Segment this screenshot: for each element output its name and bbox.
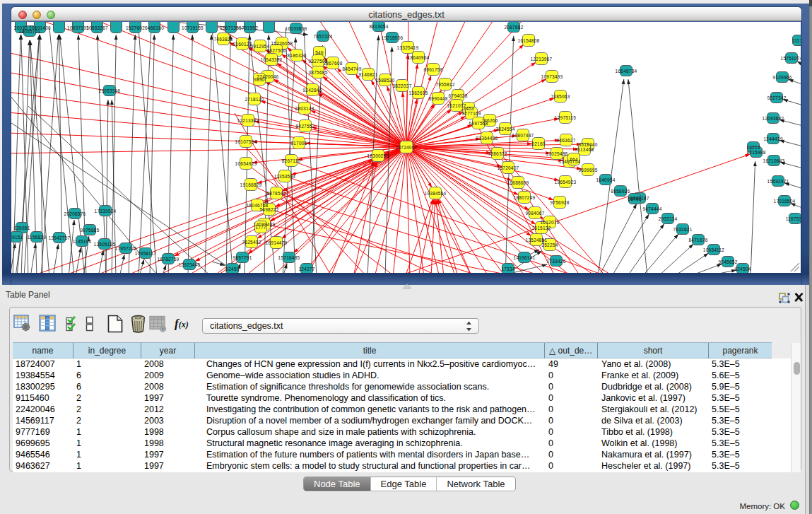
svg-text:14055721: 14055721 — [19, 29, 41, 34]
svg-text:8958926: 8958926 — [611, 189, 630, 194]
svg-text:10214: 10214 — [746, 145, 760, 150]
svg-text:12942757: 12942757 — [49, 235, 71, 240]
svg-text:2867608: 2867608 — [323, 61, 342, 66]
svg-text:15716485: 15716485 — [278, 255, 300, 260]
svg-text:18640964: 18640964 — [408, 55, 430, 60]
svg-text:19166829: 19166829 — [240, 182, 262, 187]
svg-text:14196141: 14196141 — [514, 255, 536, 260]
svg-text:7485063: 7485063 — [551, 94, 570, 99]
svg-text:9756928: 9756928 — [550, 200, 569, 205]
svg-text:12975115: 12975115 — [555, 115, 577, 120]
svg-text:2933114: 2933114 — [659, 216, 678, 221]
svg-text:11174: 11174 — [792, 38, 801, 43]
svg-text:2803144: 2803144 — [295, 106, 314, 111]
svg-text:6497568: 6497568 — [469, 121, 488, 126]
svg-text:17334: 17334 — [501, 267, 514, 271]
svg-text:3822037: 3822037 — [392, 83, 411, 88]
svg-text:10958117: 10958117 — [135, 251, 157, 256]
svg-text:16154808: 16154808 — [518, 38, 540, 43]
svg-text:9975885: 9975885 — [80, 228, 99, 233]
svg-text:18724007: 18724007 — [396, 145, 418, 150]
svg-text:8878542: 8878542 — [266, 191, 286, 196]
svg-text:664: 664 — [570, 157, 578, 162]
svg-text:8454749: 8454749 — [342, 66, 361, 71]
svg-text:10025488: 10025488 — [546, 151, 568, 156]
svg-text:16543382: 16543382 — [261, 57, 283, 62]
svg-text:751552: 751552 — [242, 25, 258, 30]
svg-text:9777169: 9777169 — [461, 111, 481, 116]
svg-text:16914479: 16914479 — [266, 240, 288, 245]
svg-text:9699695: 9699695 — [578, 168, 597, 173]
svg-text:21053346: 21053346 — [99, 88, 121, 93]
svg-text:9327506: 9327506 — [266, 48, 286, 53]
svg-text:8113468: 8113468 — [575, 147, 594, 152]
svg-text:7463822: 7463822 — [213, 37, 233, 42]
svg-text:9245652: 9245652 — [718, 259, 737, 264]
svg-text:9463627: 9463627 — [556, 138, 575, 143]
svg-text:19654923: 19654923 — [555, 180, 577, 185]
svg-text:10973493: 10973493 — [541, 74, 563, 79]
svg-text:2453: 2453 — [463, 106, 474, 111]
svg-text:1612076: 1612076 — [540, 220, 559, 225]
svg-text:8990448: 8990448 — [428, 96, 447, 101]
svg-text:16648784: 16648784 — [616, 69, 637, 74]
svg-text:252254: 252254 — [541, 243, 558, 247]
svg-text:7955812: 7955812 — [435, 82, 454, 87]
svg-text:92450: 92450 — [225, 267, 239, 271]
svg-text:9227342: 9227342 — [767, 95, 786, 100]
svg-text:8215988: 8215988 — [746, 150, 765, 155]
svg-text:17016504: 17016504 — [774, 199, 796, 204]
svg-text:8813054: 8813054 — [369, 24, 388, 29]
svg-text:1640954: 1640954 — [596, 177, 615, 182]
svg-text:15692971: 15692971 — [767, 179, 789, 184]
svg-text:16782759: 16782759 — [158, 257, 180, 262]
svg-text:12213967: 12213967 — [531, 57, 553, 62]
svg-text:2087682: 2087682 — [504, 25, 523, 30]
svg-text:18807249: 18807249 — [514, 195, 536, 200]
svg-text:16210643: 16210643 — [763, 158, 785, 163]
svg-text:10653267: 10653267 — [86, 25, 108, 30]
svg-text:12923445: 12923445 — [179, 262, 201, 267]
svg-text:16033809: 16033809 — [286, 26, 307, 31]
svg-text:1777: 1777 — [255, 225, 266, 230]
svg-text:17957225: 17957225 — [115, 246, 137, 251]
svg-text:917006: 917006 — [290, 141, 307, 146]
svg-text:10807487: 10807487 — [512, 133, 534, 138]
svg-text:5498222: 5498222 — [259, 207, 278, 212]
svg-text:12213382: 12213382 — [237, 118, 259, 123]
svg-text:9518440: 9518440 — [578, 142, 597, 147]
svg-text:9857791: 9857791 — [233, 255, 252, 260]
svg-text:11353594: 11353594 — [274, 174, 296, 179]
svg-text:15226058: 15226058 — [271, 41, 293, 46]
svg-text:8471676: 8471676 — [688, 238, 707, 243]
svg-text:1244419: 1244419 — [763, 136, 782, 141]
svg-text:7386372: 7386372 — [488, 151, 507, 156]
svg-text:8427552: 8427552 — [295, 124, 314, 129]
svg-text:16671355: 16671355 — [220, 25, 242, 30]
svg-text:10107554: 10107554 — [235, 139, 257, 144]
svg-text:12505135: 12505135 — [94, 242, 116, 247]
svg-text:7625402: 7625402 — [242, 240, 261, 245]
svg-text:1733426: 1733426 — [546, 259, 565, 264]
svg-text:9084067: 9084067 — [525, 211, 544, 216]
svg-text:21364436: 21364436 — [476, 136, 498, 141]
svg-text:10688609: 10688609 — [507, 180, 529, 185]
svg-text:546: 546 — [315, 50, 324, 55]
svg-text:6961758: 6961758 — [423, 67, 442, 72]
svg-text:1167534: 1167534 — [786, 216, 801, 221]
svg-text:6794028: 6794028 — [448, 93, 467, 98]
svg-text:7857224: 7857224 — [313, 34, 332, 39]
svg-text:8267110: 8267110 — [282, 158, 301, 163]
svg-text:10654923: 10654923 — [235, 161, 257, 166]
svg-text:935051: 935051 — [13, 226, 30, 230]
svg-text:66791: 66791 — [628, 197, 641, 201]
svg-text:924504: 924504 — [734, 267, 751, 271]
svg-text:1145194: 1145194 — [73, 239, 92, 244]
svg-text:3875685: 3875685 — [308, 70, 327, 75]
svg-text:39151: 39151 — [11, 235, 23, 240]
svg-text:15751074: 15751074 — [781, 56, 801, 61]
svg-text:1156829: 1156829 — [28, 235, 47, 240]
svg-text:7632621: 7632621 — [673, 227, 692, 232]
svg-text:1588520: 1588520 — [375, 78, 394, 83]
svg-text:19384554: 19384554 — [425, 191, 447, 196]
